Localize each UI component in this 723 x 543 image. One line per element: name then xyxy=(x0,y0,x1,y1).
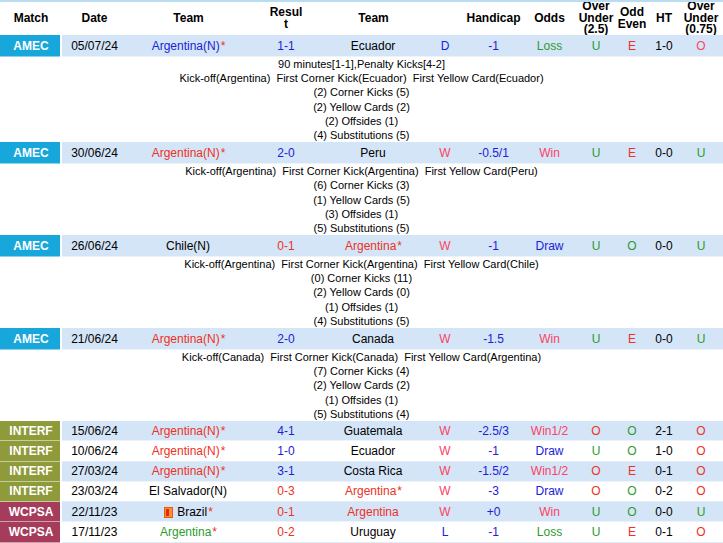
over-under-25-cell: O xyxy=(577,421,615,441)
over-under-25-cell: U xyxy=(577,142,615,164)
odd-even-cell: E xyxy=(615,462,649,482)
over-under-25-cell: U xyxy=(577,441,615,461)
odd-even-cell: O xyxy=(615,421,649,441)
home-team-name[interactable]: Chile(N) xyxy=(166,240,210,253)
result-letter-cell: L xyxy=(425,522,465,542)
odd-even-cell: O xyxy=(615,441,649,461)
home-team-name[interactable]: Argentina(N) xyxy=(152,40,220,53)
date-cell: 10/06/24 xyxy=(62,441,127,461)
col-header-home-team: Team xyxy=(127,2,250,35)
handicap-cell: +0 xyxy=(465,502,522,522)
home-team-name[interactable]: Argentina(N) xyxy=(152,147,220,160)
col-header-over-under-25: Over Under (2.5) xyxy=(577,2,615,35)
match-detail-line: Kick-off(Argentina) First Corner Kick(Ec… xyxy=(0,71,723,85)
odd-even-cell: O xyxy=(615,482,649,502)
home-team-name[interactable]: Argentina(N) xyxy=(152,465,220,478)
away-team-name[interactable]: Ecuador xyxy=(351,40,396,53)
ht-score-cell: 0-1 xyxy=(649,462,679,482)
score-cell: 2-0 xyxy=(250,328,322,350)
score-cell: 0-1 xyxy=(250,502,322,522)
home-team-name[interactable]: El Salvador(N) xyxy=(149,485,227,498)
odd-even-cell: E xyxy=(615,522,649,542)
col-header-odd-even-label: Odd Even xyxy=(615,7,649,30)
col-header-result: Result xyxy=(250,2,322,35)
odds-cell: Draw xyxy=(522,482,577,502)
home-team-star: * xyxy=(221,333,226,346)
league-badge: INTERF xyxy=(0,482,62,502)
home-team-star: * xyxy=(221,445,226,458)
away-team-name[interactable]: Uruguay xyxy=(350,526,395,539)
ht-score-cell: 2-1 xyxy=(649,421,679,441)
col-header-match: Match xyxy=(0,2,62,35)
date-cell: 27/03/24 xyxy=(62,462,127,482)
col-header-away-team: Team xyxy=(322,2,425,35)
away-team-name[interactable]: Ecuador xyxy=(351,445,396,458)
over-under-075-cell: U xyxy=(679,235,723,257)
table-body: AMEC05/07/24Argentina(N)*1-1EcuadorD-1Lo… xyxy=(0,35,723,543)
home-team-name[interactable]: Brazil xyxy=(177,506,207,519)
away-team-name[interactable]: Peru xyxy=(360,147,385,160)
over-under-075-cell: O xyxy=(679,35,723,57)
col-header-handicap-label: Handicap xyxy=(466,13,520,25)
odd-even-cell: E xyxy=(615,35,649,57)
ht-score-cell: 1-0 xyxy=(649,35,679,57)
over-under-25-cell: U xyxy=(577,235,615,257)
score-cell: 0-2 xyxy=(250,522,322,542)
away-team-name[interactable]: Costa Rica xyxy=(344,465,403,478)
odds-cell: Win xyxy=(522,328,577,350)
away-team-name[interactable]: Guatemala xyxy=(344,425,403,438)
handicap-cell: -2.5/3 xyxy=(465,421,522,441)
odd-even-cell: O xyxy=(615,235,649,257)
home-team-star: * xyxy=(221,40,226,53)
away-team-name[interactable]: Argentina xyxy=(347,506,398,519)
odds-cell: Draw xyxy=(522,441,577,461)
col-header-home-team-label: Team xyxy=(173,13,203,25)
result-letter-cell: W xyxy=(425,235,465,257)
over-under-25-cell: U xyxy=(577,502,615,522)
home-team-cell: Argentina(N)* xyxy=(127,462,250,482)
ht-score-cell: 1-0 xyxy=(649,441,679,461)
ht-score-cell: 0-0 xyxy=(649,142,679,164)
result-letter-cell: W xyxy=(425,421,465,441)
result-letter-cell: W xyxy=(425,482,465,502)
matches-history-table: Match Date Team Result Team Handicap Odd… xyxy=(0,0,723,543)
home-team-name[interactable]: Argentina(N) xyxy=(152,333,220,346)
match-detail-line: Kick-off(Canada) First Corner Kick(Canad… xyxy=(0,350,723,364)
odds-cell: Win xyxy=(522,502,577,522)
away-team-cell: Argentina* xyxy=(322,482,425,502)
odds-cell: Loss xyxy=(522,35,577,57)
match-detail-line: 90 minutes[1-1],Penalty Kicks[4-2] xyxy=(0,57,723,71)
home-team-cell: Argentina(N)* xyxy=(127,328,250,350)
handicap-cell: -1.5/2 xyxy=(465,462,522,482)
odds-cell: Win1/2 xyxy=(522,462,577,482)
away-team-cell: Argentina* xyxy=(322,235,425,257)
away-team-cell: Guatemala xyxy=(322,421,425,441)
result-letter-cell: W xyxy=(425,328,465,350)
odd-even-cell: O xyxy=(615,502,649,522)
col-header-date: Date xyxy=(62,2,127,35)
score-cell: 1-0 xyxy=(250,441,322,461)
away-team-cell: Argentina xyxy=(322,502,425,522)
table-header: Match Date Team Result Team Handicap Odd… xyxy=(0,2,723,35)
away-team-name[interactable]: Argentina xyxy=(345,485,396,498)
home-team-name[interactable]: Argentina xyxy=(160,526,211,539)
league-badge: AMEC xyxy=(0,328,62,350)
away-team-name[interactable]: Canada xyxy=(352,333,394,346)
match-detail-line: (4) Substitutions (5) xyxy=(0,314,723,328)
match-row: INTERF27/03/24Argentina(N)*3-1Costa Rica… xyxy=(0,462,723,482)
match-row: WCPSA22/11/23Brazil*0-1ArgentinaW+0WinUO… xyxy=(0,502,723,522)
over-under-075-cell: U xyxy=(679,142,723,164)
over-under-075-cell: O xyxy=(679,482,723,502)
over-under-075-cell: U xyxy=(679,328,723,350)
match-detail-line: Kick-off(Argentina) First Corner Kick(Ar… xyxy=(0,164,723,178)
date-cell: 30/06/24 xyxy=(62,142,127,164)
away-team-name[interactable]: Argentina xyxy=(345,240,396,253)
home-team-name[interactable]: Argentina(N) xyxy=(152,425,220,438)
col-header-odd-even: Odd Even xyxy=(615,2,649,35)
home-team-name[interactable]: Argentina(N) xyxy=(152,445,220,458)
result-letter-cell: W xyxy=(425,441,465,461)
home-team-cell: Argentina(N)* xyxy=(127,441,250,461)
card-icon xyxy=(164,507,173,518)
ht-score-cell: 0-0 xyxy=(649,328,679,350)
result-letter-cell: W xyxy=(425,462,465,482)
